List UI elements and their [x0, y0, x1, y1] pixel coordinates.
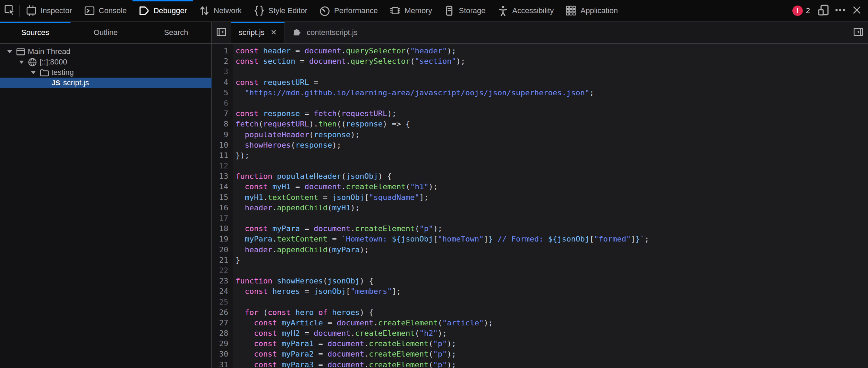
collapse-sources-pane-button[interactable] [212, 22, 231, 43]
line-number[interactable]: 17 [212, 213, 233, 224]
code-line-27: 27 const myArticle = document.createElem… [212, 318, 868, 328]
pick-element-icon [4, 4, 16, 17]
code-line-18: 18 const myPara = document.createElement… [212, 224, 868, 234]
line-number[interactable]: 6 [212, 98, 233, 108]
line-number[interactable]: 28 [212, 328, 233, 339]
tab-network[interactable]: Network [193, 0, 248, 21]
meatball-menu-icon [834, 4, 846, 17]
error-count-badge[interactable]: ! 2 [788, 6, 815, 16]
line-number[interactable]: 11 [212, 150, 233, 161]
line-number[interactable]: 15 [212, 192, 233, 203]
tab-performance[interactable]: Performance [313, 0, 384, 21]
chevron-expander-icon[interactable] [17, 61, 26, 64]
line-number[interactable]: 14 [212, 182, 233, 192]
code-text: showHeroes(response); [233, 140, 341, 150]
line-number[interactable]: 12 [212, 161, 233, 171]
line-number[interactable]: 16 [212, 203, 233, 213]
network-icon [199, 5, 210, 16]
code-line-9: 9 populateHeader(response); [212, 130, 868, 140]
code-line-6: 6 [212, 98, 868, 108]
line-number[interactable]: 31 [212, 360, 233, 368]
tab-memory[interactable]: Memory [384, 0, 438, 21]
line-number[interactable]: 4 [212, 77, 233, 88]
line-number[interactable]: 26 [212, 307, 233, 318]
code-text: const myH2 = document.createElement("h2"… [233, 328, 447, 339]
collapse-debugger-pane-button[interactable] [849, 22, 868, 43]
tree-item-script-js[interactable]: JSscript.js [0, 78, 211, 88]
tab-storage[interactable]: Storage [438, 0, 491, 21]
code-text [233, 297, 236, 307]
tab-inspector[interactable]: Inspector [20, 0, 78, 21]
line-number[interactable]: 9 [212, 130, 233, 140]
tree-item-label: script.js [63, 78, 89, 87]
line-number[interactable]: 10 [212, 140, 233, 150]
line-number[interactable]: 7 [212, 108, 233, 119]
responsive-design-mode-icon [818, 4, 829, 17]
code-line-11: 11}); [212, 150, 868, 161]
close-tab-icon[interactable]: ✕ [271, 28, 277, 37]
tab-label: Memory [405, 6, 432, 15]
more-tools-menu-button[interactable] [832, 0, 849, 22]
line-number[interactable]: 25 [212, 297, 233, 307]
source-tab-label: contentscript.js [307, 28, 358, 37]
code-text: header.appendChild(myH1); [233, 203, 360, 213]
tab-application[interactable]: Application [560, 0, 624, 21]
tree-item-main-thread[interactable]: Main Thread [0, 46, 211, 57]
code-line-30: 30 const myPara2 = document.createElemen… [212, 349, 868, 359]
line-number[interactable]: 18 [212, 224, 233, 234]
code-text [233, 265, 236, 276]
chevron-expander-icon[interactable] [28, 71, 38, 74]
line-number[interactable]: 8 [212, 119, 233, 129]
line-number[interactable]: 21 [212, 255, 233, 265]
line-number[interactable]: 23 [212, 276, 233, 286]
line-number[interactable]: 5 [212, 88, 233, 98]
line-number[interactable]: 30 [212, 349, 233, 359]
devtools-toolbar: InspectorConsoleDebuggerNetworkStyle Edi… [0, 0, 868, 22]
responsive-design-mode-button[interactable] [815, 0, 832, 22]
line-number[interactable]: 24 [212, 286, 233, 297]
line-number[interactable]: 19 [212, 234, 233, 244]
tab-label: Inspector [41, 6, 72, 15]
line-number[interactable]: 20 [212, 245, 233, 255]
source-tab-contentscript-js[interactable]: contentscript.js [285, 22, 365, 43]
accessibility-icon [497, 5, 509, 16]
code-editor[interactable]: 1const header = document.querySelector("… [212, 44, 868, 368]
tab-label: Storage [459, 6, 485, 15]
tree-item-label: Main Thread [28, 47, 70, 56]
tab-outline[interactable]: Outline [70, 22, 141, 43]
code-line-28: 28 const myH2 = document.createElement("… [212, 328, 868, 339]
tab-console[interactable]: Console [78, 0, 133, 21]
line-number[interactable]: 2 [212, 56, 233, 67]
code-lines: 1const header = document.querySelector("… [212, 44, 868, 368]
tab-debugger[interactable]: Debugger [133, 0, 193, 21]
code-text: for (const hero of heroes) { [233, 307, 373, 318]
style-editor-icon [254, 5, 265, 16]
chevron-expander-icon[interactable] [5, 50, 15, 53]
tree-item-testing[interactable]: testing [0, 67, 211, 78]
code-line-29: 29 const myPara1 = document.createElemen… [212, 339, 868, 349]
collapse-right-icon [853, 27, 863, 38]
tab-sources[interactable]: Sources [0, 22, 70, 43]
source-tab-script-js[interactable]: script.js✕ [231, 22, 285, 43]
code-line-26: 26 for (const hero of heroes) { [212, 307, 868, 318]
tab-search[interactable]: Search [141, 22, 211, 43]
code-text: const header = document.querySelector("h… [233, 46, 456, 56]
line-number[interactable]: 27 [212, 318, 233, 328]
tab-accessibility[interactable]: Accessibility [492, 0, 560, 21]
code-text: const myH1 = document.createElement("h1"… [233, 182, 438, 192]
tab-label: Application [580, 6, 618, 15]
line-number[interactable]: 3 [212, 67, 233, 77]
line-number[interactable]: 29 [212, 339, 233, 349]
code-line-1: 1const header = document.querySelector("… [212, 46, 868, 56]
code-line-3: 3 [212, 67, 868, 77]
code-line-7: 7const response = fetch(requestURL); [212, 108, 868, 119]
code-line-14: 14 const myH1 = document.createElement("… [212, 182, 868, 192]
tree-item-8000[interactable]: [::]:8000 [0, 57, 211, 67]
line-number[interactable]: 13 [212, 171, 233, 182]
code-text: } [233, 255, 240, 265]
close-devtools-button[interactable] [849, 0, 865, 22]
pick-element-button[interactable] [0, 0, 19, 21]
line-number[interactable]: 1 [212, 46, 233, 56]
tab-style-editor[interactable]: Style Editor [248, 0, 314, 21]
line-number[interactable]: 22 [212, 265, 233, 276]
